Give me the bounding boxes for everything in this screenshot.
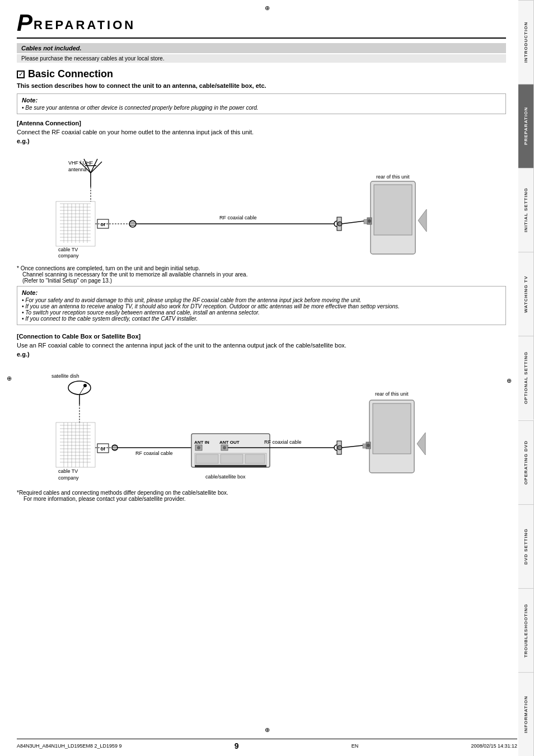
svg-text:company: company [58,475,79,481]
tab-initial-setting[interactable]: INITIAL SETTING [518,168,534,252]
svg-point-109 [367,444,370,447]
svg-text:cable TV: cable TV [58,247,78,252]
svg-point-52 [68,381,91,395]
svg-marker-50 [418,209,427,232]
antenna-diagram-svg: VHF / UHF antenna or [17,148,506,260]
cables-sub: Please purchase the necessary cables at … [17,54,506,63]
svg-point-42 [338,222,342,226]
bottom-crosshair: ⊕ [265,726,270,734]
note-box-2: Note: • For your safety and to avoid dam… [17,286,506,325]
cable-box-diagram: satellite dish or [17,361,506,484]
svg-text:RF coaxial cable: RF coaxial cable [219,215,257,220]
page-header: P REPARATION [17,11,506,39]
svg-text:ANT IN: ANT IN [194,440,209,445]
svg-line-111 [341,445,363,448]
cables-box: Cables not included. [17,43,506,53]
svg-rect-99 [195,465,266,467]
svg-rect-96 [196,454,218,463]
tab-watching-tv[interactable]: WATCHING TV [518,252,534,336]
page-number: 9 [235,741,239,750]
tab-introduction[interactable]: INTRODUCTION [518,0,534,84]
antenna-eg-label: e.g.) [17,138,506,144]
page-footer: A84N3UH_A84N1UH_LD195EM8 2_LD1959 9 9 EN… [17,739,517,750]
svg-text:RF coaxial cable: RF coaxial cable [135,450,173,456]
svg-text:rear of this unit: rear of this unit [376,174,410,180]
cable-box-title: [Connection to Cable Box or Satellite Bo… [17,333,506,340]
antenna-diagram: VHF / UHF antenna or [17,148,506,260]
antenna-connection-title: [Antenna Connection] [17,120,506,126]
section-checkbox: ✓ [17,71,25,78]
cable-box-diagram-svg: satellite dish or [17,361,506,484]
tab-information[interactable]: INFORMATION [518,672,534,756]
svg-text:or: or [101,446,106,452]
note1-text: • Be sure your antenna or other device i… [22,105,501,111]
svg-text:satellite dish: satellite dish [51,373,79,379]
cables-sub-text: Please purchase the necessary cables at … [21,55,165,62]
basic-connection-desc: This section describes how to connect th… [17,82,506,89]
tab-preparation[interactable]: PREPARATION [518,84,534,168]
tab-troubleshooting[interactable]: TROUBLESHOOTING [518,588,534,672]
svg-text:antenna: antenna [68,167,87,172]
antenna-connection-desc: Connect the RF coaxial cable on your hom… [17,129,506,135]
svg-point-92 [197,446,200,449]
svg-line-48 [341,221,364,224]
svg-rect-44 [374,185,412,235]
svg-rect-98 [245,454,265,463]
svg-text:rear of this unit: rear of this unit [375,391,409,397]
svg-rect-107 [373,403,411,454]
tab-dvd-setting[interactable]: DVD SETTING [518,504,534,588]
side-tabs: INTRODUCTION PREPARATION INITIAL SETTING… [518,0,534,756]
note2-title: Note: [22,289,501,296]
tab-optional-setting[interactable]: OPTIONAL SETTING [518,336,534,420]
svg-marker-113 [417,433,425,455]
section-title: Basic Connection [28,68,113,80]
note1-title: Note: [22,97,501,104]
svg-text:company: company [58,253,79,259]
svg-line-55 [79,386,85,395]
note2-bullets: • For your safety and to avoid damage to… [22,297,501,322]
svg-text:cable TV: cable TV [58,468,78,474]
svg-point-46 [368,219,371,223]
footer-code: A84N3UH_A84N1UH_LD195EM8 2_LD1959 9 [17,743,122,749]
svg-text:or: or [101,222,106,227]
title-rest: REPARATION [34,18,135,35]
main-content: P REPARATION Cables not included. Please… [0,0,517,515]
svg-rect-97 [221,454,243,463]
svg-text:ANT OUT: ANT OUT [219,440,240,445]
footer-date: 2008/02/15 14:31:12 [471,743,517,749]
note-box-1: Note: • Be sure your antenna or other de… [17,93,506,114]
svg-text:cable/satellite box: cable/satellite box [205,474,246,480]
cable-box-desc: Use an RF coaxial cable to connect the a… [17,342,506,349]
title-letter-p: P [17,11,32,35]
cables-label: Cables not included. [21,45,82,51]
svg-rect-47 [364,219,367,224]
basic-connection-heading: ✓ Basic Connection [17,68,506,80]
svg-point-94 [223,446,226,449]
asterisk-note1: * Once connections are completed, turn o… [17,265,506,284]
svg-point-105 [338,445,342,450]
asterisk-note2: *Required cables and connecting methods … [17,490,506,502]
tab-operating-dvd[interactable]: OPERATING DVD [518,420,534,504]
cable-box-eg-label: e.g.) [17,351,506,358]
svg-text:RF coaxial cable: RF coaxial cable [264,439,302,445]
footer-lang: EN [352,743,359,749]
svg-rect-110 [363,444,366,448]
right-crosshair: ⊕ [507,377,512,384]
